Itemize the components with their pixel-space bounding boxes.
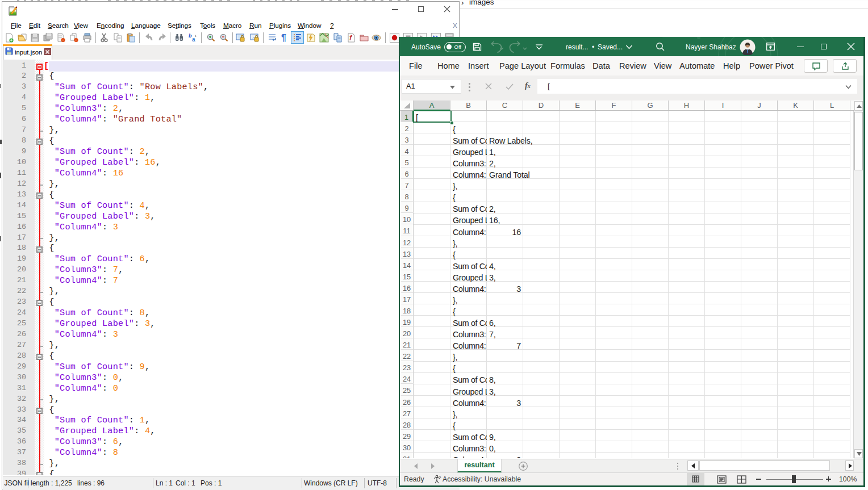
svg-text:?: ?	[439, 475, 441, 480]
svg-text:¶: ¶	[281, 33, 286, 43]
svg-text:a: a	[192, 36, 195, 43]
